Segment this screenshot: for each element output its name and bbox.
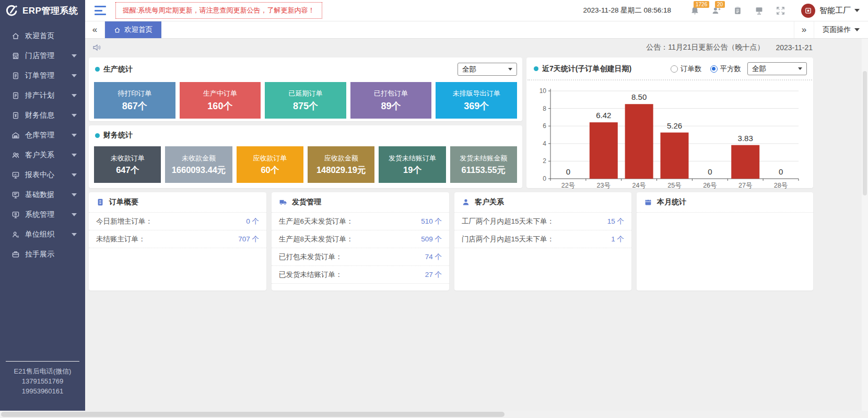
svg-text:23号: 23号 (597, 182, 611, 189)
sidebar-item-system[interactable]: 系统管理 (0, 205, 85, 225)
production-title: 生产统计 (103, 65, 133, 74)
sidebar-item-label: 订单管理 (25, 71, 54, 80)
menu-toggle-icon[interactable] (95, 6, 106, 15)
account-menu[interactable]: 智能工厂 (801, 4, 860, 18)
production-stat-card[interactable]: 已打包订单89个 (350, 82, 432, 119)
tabs-scroll-right-button[interactable]: » (794, 21, 814, 38)
weekly-stats-panel: 近7天统计(子订单创建日期) 订单数 平方数 全部 0246810022号6.4… (526, 57, 813, 188)
production-filter-select[interactable]: 全部 (458, 63, 517, 76)
sidebar-item-report[interactable]: 报表中心 (0, 165, 85, 185)
tasks-button[interactable] (733, 6, 743, 16)
page-actions-dropdown[interactable]: 页面操作 (814, 21, 868, 38)
chevron-down-icon (854, 9, 860, 12)
svg-text:10: 10 (539, 87, 547, 95)
row-count-link[interactable]: 27 个 (425, 270, 442, 280)
stat-card-label: 未收款订单 (111, 154, 145, 163)
messages-button[interactable]: 20 (711, 6, 721, 16)
radio-order-count[interactable]: 订单数 (671, 64, 702, 74)
speaker-icon[interactable] (92, 43, 101, 52)
stat-card-label: 待打印订单 (118, 89, 151, 98)
sidebar-item-org[interactable]: 单位组织 (0, 225, 85, 245)
bar-23号[interactable] (590, 122, 618, 179)
row-label: 生产超6天未发货订单： (279, 217, 354, 226)
row-count-link[interactable]: 15 个 (607, 217, 624, 226)
stat-card-label: 生产中订单 (203, 89, 237, 98)
plan-icon (11, 91, 20, 100)
sidebar-item-handle[interactable]: 拉手展示 (0, 245, 85, 264)
chart-filter-select[interactable]: 全部 (747, 62, 807, 75)
sidebar-item-label: 欢迎首页 (25, 31, 54, 41)
section-dot-icon (534, 66, 538, 71)
bar-24号[interactable] (625, 104, 653, 179)
chevron-down-icon (72, 193, 77, 196)
notifications-button[interactable]: 1726 (690, 6, 700, 16)
row-count-link[interactable]: 0 个 (246, 217, 259, 226)
production-stat-card[interactable]: 已延期订单875个 (265, 82, 346, 119)
svg-text:8: 8 (543, 105, 546, 112)
horizontal-scrollbar-thumb[interactable] (1, 412, 505, 417)
finance-stat-card[interactable]: 未收款订单647个 (94, 146, 161, 183)
home-icon (11, 32, 20, 40)
print-button[interactable] (754, 6, 764, 16)
svg-text:24号: 24号 (632, 182, 646, 189)
support-phone-2: 19953960161 (0, 386, 85, 396)
finance-icon (11, 111, 20, 120)
sidebar-item-label: 排产计划 (25, 91, 54, 100)
sidebar-item-finance[interactable]: 财务信息 (0, 106, 85, 125)
vertical-scrollbar-thumb[interactable] (863, 71, 867, 195)
stat-card-value: 60个 (261, 165, 279, 176)
radio-square-count[interactable]: 平方数 (710, 64, 742, 74)
svg-text:0: 0 (708, 167, 712, 176)
horizontal-scrollbar[interactable] (0, 411, 868, 418)
sidebar-item-customer[interactable]: 客户关系 (0, 145, 85, 165)
app-title: ERP管理系统 (22, 5, 78, 17)
chevron-down-icon (72, 213, 77, 216)
panel-title: 订单概要 (109, 198, 138, 207)
panel-header: 本月统计 (637, 192, 813, 213)
row-label: 生产超8天未发货订单： (279, 235, 354, 244)
row-count-link[interactable]: 510 个 (421, 217, 442, 226)
production-stat-card[interactable]: 生产中订单160个 (180, 82, 261, 119)
sidebar-item-plan[interactable]: 排产计划 (0, 86, 85, 106)
avatar (801, 4, 815, 18)
sidebar-item-data[interactable]: 基础数据 (0, 185, 85, 205)
stat-card-label: 应收款订单 (253, 154, 287, 163)
svg-text:22号: 22号 (561, 182, 575, 189)
row-count-link[interactable]: 707 个 (238, 235, 259, 244)
production-stat-card[interactable]: 待打印订单867个 (94, 82, 175, 119)
sidebar-item-store[interactable]: 门店管理 (0, 46, 85, 66)
finance-stat-card[interactable]: 发货未结账金额61153.55元 (450, 146, 517, 183)
row-count-link[interactable]: 1 个 (611, 235, 624, 244)
vertical-scrollbar[interactable] (862, 39, 868, 411)
finance-stat-card[interactable]: 应收款金额148029.19元 (308, 146, 374, 183)
announcement-row: 公告：11月21日更新公告（晚十点） 2023-11-21 (85, 39, 868, 56)
messages-badge: 20 (715, 1, 725, 8)
tab-welcome-home[interactable]: 欢迎首页 (105, 21, 161, 38)
row-count-link[interactable]: 509 个 (421, 235, 442, 244)
panel-person: 客户关系工厂两个月内超15天未下单：15 个门店两个月内超15天未下单：1 个 (454, 192, 631, 291)
row-label: 未结账主订单： (96, 235, 146, 244)
report-icon (11, 171, 20, 179)
row-label: 门店两个月内超15天未下单： (462, 235, 554, 244)
bar-27号[interactable] (731, 145, 759, 179)
bar-25号[interactable] (661, 133, 689, 179)
stat-card-value: 647个 (116, 165, 139, 176)
sidebar-item-order[interactable]: 订单管理 (0, 66, 85, 86)
stat-card-value: 19个 (403, 165, 421, 176)
finance-stat-card[interactable]: 应收款订单60个 (237, 146, 303, 183)
row-count-link[interactable]: 74 个 (425, 252, 442, 262)
sidebar-item-label: 报表中心 (25, 170, 54, 180)
sidebar-item-home[interactable]: 欢迎首页 (0, 26, 85, 46)
svg-text:6: 6 (543, 122, 546, 130)
finance-stat-card[interactable]: 发货未结账订单19个 (379, 146, 445, 183)
production-stat-card[interactable]: 未排版导出订单369个 (436, 82, 517, 119)
announcement-date: 2023-11-21 (776, 43, 813, 52)
weekly-chart: 0246810022号6.4223号8.5024号5.2625号026号3.83… (526, 80, 813, 194)
fullscreen-button[interactable] (776, 6, 785, 16)
announcement-text[interactable]: 公告：11月21日更新公告（晚十点） (646, 43, 764, 52)
tabs-scroll-left-button[interactable]: « (85, 21, 105, 38)
finance-stat-card[interactable]: 未收款金额1660093.44元 (165, 146, 232, 183)
svg-text:8.50: 8.50 (631, 92, 647, 101)
sidebar: ERP管理系统 欢迎首页门店管理订单管理排产计划财务信息仓库管理客户关系报表中心… (0, 0, 85, 411)
sidebar-item-warehouse[interactable]: 仓库管理 (0, 125, 85, 145)
